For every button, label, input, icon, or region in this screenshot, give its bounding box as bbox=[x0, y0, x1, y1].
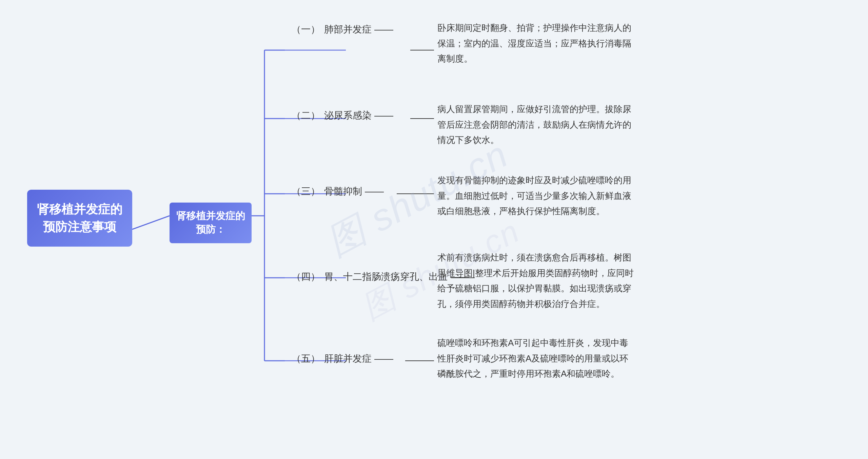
canvas: 图 shutu.cn 图 shutu.cn bbox=[0, 0, 868, 459]
branch-4: （四） 胃、十二指肠溃疡穿孔、出血 —— bbox=[292, 270, 472, 283]
second-level-box: 肾移植并发症的预防： bbox=[170, 203, 252, 243]
branch-2-content: 病人留置尿管期间，应做好引流管的护理。拔除尿管后应注意会阴部的清洁，鼓励病人在病… bbox=[437, 102, 634, 148]
svg-line-0 bbox=[132, 216, 170, 229]
branch-2-title: 泌尿系感染 bbox=[324, 109, 372, 122]
branch-3-title: 骨髓抑制 bbox=[324, 185, 362, 198]
branch-1-dash: —— bbox=[374, 24, 393, 35]
branch-5-title: 肝脏并发症 bbox=[324, 352, 372, 365]
branch-1: （一） 肺部并发症 —— bbox=[292, 23, 396, 36]
branch-2-number: （二） bbox=[292, 109, 320, 122]
branch-5-content: 硫唑嘌呤和环孢素A可引起中毒性肝炎，发现中毒性肝炎时可减少环孢素A及硫唑嘌呤的用… bbox=[437, 335, 634, 382]
branch-4-number: （四） bbox=[292, 270, 320, 283]
branch-2: （二） 泌尿系感染 —— bbox=[292, 109, 396, 122]
branch-3-content: 发现有骨髓抑制的迹象时应及时减少硫唑嘌呤的用量。血细胞过低时，可适当少量多次输入… bbox=[437, 173, 634, 219]
branch-3-dash: —— bbox=[365, 186, 384, 197]
branch-5: （五） 肝脏并发症 —— bbox=[292, 352, 396, 365]
branch-5-dash: —— bbox=[374, 353, 393, 364]
branch-4-title: 胃、十二指肠溃疡穿孔、出血 bbox=[324, 270, 448, 283]
branch-1-content: 卧床期间定时翻身、拍背；护理操作中注意病人的保温；室内的温、湿度应适当；应严格执… bbox=[437, 20, 634, 67]
branch-1-number: （一） bbox=[292, 23, 320, 36]
branch-5-number: （五） bbox=[292, 352, 320, 365]
second-level-label: 肾移植并发症的预防： bbox=[176, 210, 245, 235]
branch-2-dash: —— bbox=[374, 110, 393, 121]
branch-3: （三） 骨髓抑制 —— bbox=[292, 185, 387, 198]
root-box: 肾移植并发症的预防注意事项 bbox=[27, 190, 132, 247]
branch-3-number: （三） bbox=[292, 185, 320, 198]
branch-4-dash: —— bbox=[450, 271, 469, 282]
root-label: 肾移植并发症的预防注意事项 bbox=[37, 202, 122, 234]
branch-1-title: 肺部并发症 bbox=[324, 23, 372, 36]
